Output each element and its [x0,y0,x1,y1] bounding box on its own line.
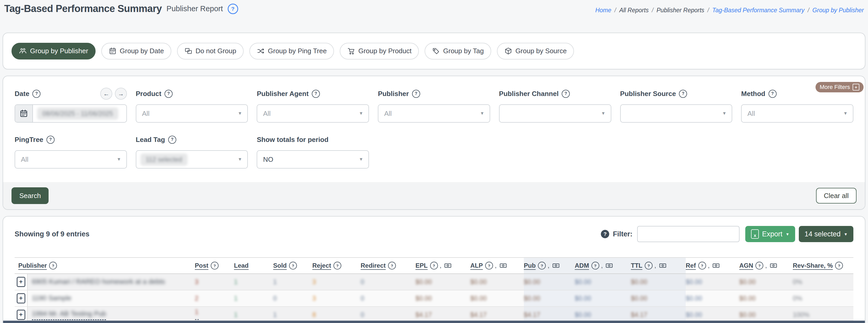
sort-label[interactable]: Ref [686,262,696,269]
date-range-input[interactable]: 08/06/2025 - 11/06/2025 [14,104,127,123]
help-icon[interactable]: ? [211,262,219,269]
select-publisher-agent[interactable]: All▼ [257,104,369,123]
table-header-rev_share[interactable]: Rev-Share, %? [793,258,854,273]
filter-help-icon[interactable]: ? [601,230,609,238]
group-button-group-by-tag[interactable]: Group by Tag [425,43,491,60]
breadcrumb-item[interactable]: Group by Publisher [812,7,864,14]
export-button[interactable]: x Export ▼ [745,226,795,242]
clear-all-button[interactable]: Clear all [816,188,857,203]
sort-label[interactable]: AGN [739,262,753,269]
help-icon[interactable]: ? [485,262,493,269]
more-filters-label: More Filters [820,84,850,91]
filter-field-show-totals: Show totals for periodNO▼ [257,134,369,168]
help-icon[interactable]: ? [412,90,420,98]
group-button-do-not-group[interactable]: Do not Group [177,43,244,60]
sort-label[interactable]: TTL [631,262,642,269]
group-button-group-by-ping-tree[interactable]: Group by Ping Tree [249,43,334,60]
table-header-post[interactable]: Post? [195,258,234,273]
select-product[interactable]: All▼ [136,104,248,123]
expand-row-button[interactable]: + [14,274,28,290]
expand-row-button[interactable]: + [14,307,28,323]
table-header-adm[interactable]: ADM?, [575,258,631,273]
table-header-sold[interactable]: Sold? [273,258,312,273]
select-publisher-source[interactable]: ▼ [620,104,733,123]
help-icon[interactable]: ? [388,262,396,269]
select-method[interactable]: All▼ [741,104,854,123]
group-button-group-by-date[interactable]: Group by Date [101,43,171,60]
help-icon[interactable]: ? [312,90,320,98]
table-filter-input[interactable] [637,226,740,242]
cell-reject: 3 [312,290,361,306]
help-icon[interactable]: ? [698,262,706,269]
help-icon[interactable]: ? [562,90,570,98]
search-button[interactable]: Search [11,187,49,204]
table-header-alp[interactable]: ALP?, [470,258,524,273]
help-icon[interactable]: ? [430,262,438,269]
sort-label[interactable]: Pub [524,262,535,269]
help-icon[interactable]: ? [46,136,55,144]
help-icon[interactable]: ? [769,90,777,98]
table-row: +6905 Kumari / RAREO homework at a debts… [14,274,854,290]
table-header-lead[interactable]: Lead [234,258,273,273]
table-header-pub[interactable]: Pub?, [524,258,575,273]
help-icon[interactable]: ? [679,90,687,98]
date-prev-button[interactable]: ← [100,88,112,100]
sort-label[interactable]: Reject [312,262,331,269]
sort-label[interactable]: Lead [234,262,249,269]
table-header-publisher[interactable]: Publisher? [14,258,195,273]
title-help-icon[interactable]: ? [228,4,238,14]
select-pingtree[interactable]: All▼ [14,150,127,168]
select-publisher[interactable]: All▼ [378,104,490,123]
table-header-redirect[interactable]: Redirect? [361,258,415,273]
calendar-icon[interactable] [15,105,33,122]
table-header-reject[interactable]: Reject? [312,258,361,273]
sort-label[interactable]: Post [195,262,208,269]
group-button-group-by-publisher[interactable]: Group by Publisher [11,43,96,60]
sort-label[interactable]: Publisher [18,262,47,269]
banknote-icon [444,262,452,269]
help-icon[interactable]: ? [755,262,763,269]
filter-field-publisher-channel: Publisher Channel?▼ [499,88,611,123]
banknote-icon [552,262,560,269]
breadcrumb-item[interactable]: All Reports [619,7,648,14]
help-icon[interactable]: ? [835,262,843,269]
breadcrumb-item[interactable]: Publisher Reports [656,7,704,14]
arrow-left-icon: ← [103,90,109,97]
sort-label[interactable]: ALP [470,262,483,269]
select-lead-tag[interactable]: 112 selected▼ [136,150,248,168]
table-header-agn[interactable]: AGN?, [739,258,793,273]
breadcrumb: Home/All Reports/Publisher Reports/Tag-B… [595,7,864,14]
sort-label[interactable]: Rev-Share, % [793,262,833,269]
help-icon[interactable]: ? [164,90,173,98]
breadcrumb-item[interactable]: Home [595,7,611,14]
arrow-right-icon: → [118,90,124,97]
group-button-group-by-product[interactable]: Group by Product [340,43,419,60]
sort-label[interactable]: Sold [273,262,287,269]
breadcrumb-item[interactable]: Tag-Based Performance Summary [712,7,804,14]
table-header-ttl[interactable]: TTL?, [631,258,686,273]
sort-label[interactable]: EPL [415,262,428,269]
publisher-name-wrap[interactable]: 1994 Mr. AB Testing Pub [32,310,106,320]
select-publisher-channel[interactable]: ▼ [499,104,611,123]
columns-selected-button[interactable]: 14 selected ▼ [799,226,854,242]
date-next-button[interactable]: → [115,88,127,100]
sort-label[interactable]: Redirect [361,262,386,269]
table-header-ref[interactable]: Ref?, [686,258,739,273]
cell-agn: $0.00 [739,307,793,323]
help-icon[interactable]: ? [591,262,599,269]
expand-row-button[interactable]: + [14,290,28,306]
help-icon[interactable]: ? [49,262,57,269]
help-icon[interactable]: ? [32,90,40,98]
help-icon[interactable]: ? [168,136,176,144]
help-icon[interactable]: ? [538,262,546,269]
help-icon[interactable]: ? [289,262,297,269]
sort-label[interactable]: ADM [575,262,589,269]
more-filters-button[interactable]: More Filters + [815,82,864,92]
select-value: All [257,109,271,118]
help-icon[interactable]: ? [645,262,653,269]
group-button-group-by-source[interactable]: Group by Source [497,43,574,60]
select-show-totals[interactable]: NO▼ [257,150,369,168]
table-header-epl[interactable]: EPL?, [415,258,470,273]
help-icon[interactable]: ? [334,262,341,269]
cell-rev_share: 0% [793,290,854,306]
